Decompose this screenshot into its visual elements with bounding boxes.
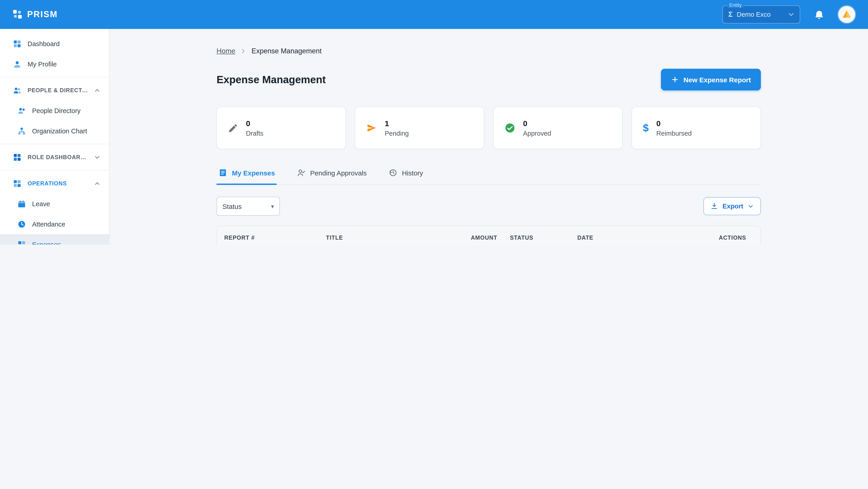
sidebar-divider bbox=[0, 77, 109, 77]
sidebar-item-leave[interactable]: Leave bbox=[0, 193, 109, 214]
sigma-icon: Σ bbox=[728, 10, 733, 19]
sidebar-section-people-directory[interactable]: PEOPLE & DIRECTORY bbox=[0, 80, 109, 100]
stat-label: Reimbursed bbox=[656, 129, 692, 137]
sidebar-item-attendance[interactable]: Attendance bbox=[0, 214, 109, 234]
tab-my-expenses[interactable]: My Expenses bbox=[217, 168, 277, 185]
entity-select-label: Entity bbox=[727, 2, 743, 8]
notifications-button[interactable] bbox=[812, 7, 827, 22]
column-header-date: DATE bbox=[577, 235, 719, 241]
people-icon bbox=[13, 86, 22, 95]
page-title: Expense Management bbox=[217, 73, 326, 86]
sidebar-item-expenses[interactable]: Expenses bbox=[0, 234, 109, 245]
sidebar-section-label: OPERATIONS bbox=[28, 180, 67, 186]
sidebar-item-label: Organization Chart bbox=[32, 127, 87, 134]
tab-pending-approvals[interactable]: Pending Approvals bbox=[295, 168, 368, 185]
breadcrumb-home-link[interactable]: Home bbox=[217, 47, 235, 55]
send-icon bbox=[366, 123, 377, 133]
app-body: Dashboard My Profile PEOPLE & DIRECTORY bbox=[0, 29, 868, 245]
pencil-icon bbox=[228, 123, 238, 133]
stat-value: 0 bbox=[523, 119, 551, 128]
column-header-report: REPORT # bbox=[217, 235, 319, 241]
stat-value: 0 bbox=[246, 119, 264, 128]
new-expense-report-label: New Expense Report bbox=[684, 76, 751, 84]
breadcrumb-current: Expense Management bbox=[252, 47, 322, 55]
stat-label: Approved bbox=[523, 129, 551, 137]
status-filter-label: Status bbox=[222, 202, 242, 210]
stat-card-drafts: 0 Drafts bbox=[217, 107, 346, 149]
dollar-icon: $ bbox=[643, 123, 649, 133]
filter-row: Status ▾ Export bbox=[217, 197, 761, 216]
topbar: PRISM Entity Σ Demo Exco bbox=[0, 0, 868, 29]
main: Home Expense Management Expense Manageme… bbox=[110, 29, 868, 245]
sidebar-section-role-dashboards[interactable]: ROLE DASHBOARDS bbox=[0, 147, 109, 167]
expenses-table: REPORT # TITLE AMOUNT STATUS DATE ACTION… bbox=[217, 225, 761, 245]
sidebar-section-operations[interactable]: OPERATIONS bbox=[0, 173, 109, 193]
bell-icon bbox=[814, 9, 825, 20]
export-label: Export bbox=[722, 203, 743, 210]
sidebar-section-label: ROLE DASHBOARDS bbox=[28, 154, 88, 160]
prism-logo-icon bbox=[13, 9, 23, 20]
attendance-clock-icon bbox=[17, 219, 26, 228]
stat-value: 1 bbox=[385, 119, 409, 128]
org-chart-icon bbox=[17, 126, 26, 135]
sidebar-item-label: Leave bbox=[32, 200, 50, 207]
people-directory-icon bbox=[17, 106, 26, 115]
new-expense-report-button[interactable]: New Expense Report bbox=[661, 69, 761, 90]
content: Home Expense Management Expense Manageme… bbox=[110, 29, 868, 245]
sidebar-section-label: PEOPLE & DIRECTORY bbox=[28, 87, 88, 93]
column-header-status: STATUS bbox=[507, 235, 577, 241]
sidebar-item-organization-chart[interactable]: Organization Chart bbox=[0, 121, 109, 141]
screen: PRISM Entity Σ Demo Exco bbox=[0, 0, 868, 245]
column-header-actions: ACTIONS bbox=[719, 235, 761, 241]
tab-history[interactable]: History bbox=[386, 168, 425, 185]
tab-label: My Expenses bbox=[232, 169, 275, 177]
history-icon bbox=[388, 168, 397, 177]
sidebar-divider bbox=[0, 170, 109, 171]
status-filter-select[interactable]: Status ▾ bbox=[217, 197, 280, 216]
stat-label: Drafts bbox=[246, 129, 264, 137]
brand[interactable]: PRISM bbox=[13, 9, 58, 20]
export-button[interactable]: Export bbox=[704, 197, 761, 215]
topbar-right: Entity Σ Demo Exco bbox=[722, 5, 855, 24]
entity-select-value: Demo Exco bbox=[737, 11, 783, 18]
column-header-amount: AMOUNT bbox=[432, 235, 507, 241]
sidebar-divider bbox=[0, 144, 109, 144]
tab-label: History bbox=[402, 169, 423, 177]
leave-calendar-icon bbox=[17, 199, 26, 208]
table-header-row: REPORT # TITLE AMOUNT STATUS DATE ACTION… bbox=[217, 226, 761, 245]
sidebar-item-label: Dashboard bbox=[28, 40, 60, 47]
avatar[interactable] bbox=[838, 6, 855, 23]
tabs: My Expenses Pending Approvals bbox=[217, 168, 761, 185]
sidebar-item-label: Expenses bbox=[32, 241, 61, 245]
stat-card-reimbursed: $ 0 Reimbursed bbox=[631, 107, 761, 149]
receipt-icon bbox=[218, 168, 227, 177]
download-icon bbox=[710, 202, 718, 210]
plus-icon bbox=[671, 75, 679, 84]
chevron-down-icon bbox=[787, 10, 795, 19]
sidebar-item-label: People Directory bbox=[32, 107, 81, 114]
sidebar-item-label: Attendance bbox=[32, 220, 65, 228]
sidebar-item-people-directory[interactable]: People Directory bbox=[0, 100, 109, 121]
operations-icon bbox=[13, 179, 22, 188]
sidebar-item-dashboard[interactable]: Dashboard bbox=[0, 33, 109, 54]
column-header-title: TITLE bbox=[319, 235, 432, 241]
brand-name: PRISM bbox=[27, 9, 58, 20]
role-dashboards-icon bbox=[13, 153, 22, 162]
breadcrumb: Home Expense Management bbox=[217, 47, 761, 55]
sidebar-item-my-profile[interactable]: My Profile bbox=[0, 54, 109, 74]
chevron-down-icon bbox=[94, 153, 101, 161]
person-check-icon bbox=[297, 168, 306, 177]
chevron-down-icon bbox=[747, 203, 754, 210]
dashboard-icon bbox=[13, 39, 22, 48]
chevron-up-icon bbox=[94, 180, 101, 187]
breadcrumb-chevron-icon bbox=[240, 48, 247, 55]
stat-card-pending: 1 Pending bbox=[355, 107, 484, 149]
sidebar-item-label: My Profile bbox=[28, 60, 57, 68]
sidebar: Dashboard My Profile PEOPLE & DIRECTORY bbox=[0, 29, 110, 245]
stat-value: 0 bbox=[656, 119, 692, 128]
entity-select[interactable]: Entity Σ Demo Exco bbox=[722, 5, 800, 24]
check-circle-icon bbox=[504, 123, 515, 133]
tab-label: Pending Approvals bbox=[310, 169, 367, 177]
stat-label: Pending bbox=[385, 129, 409, 137]
chevron-up-icon bbox=[94, 87, 101, 94]
